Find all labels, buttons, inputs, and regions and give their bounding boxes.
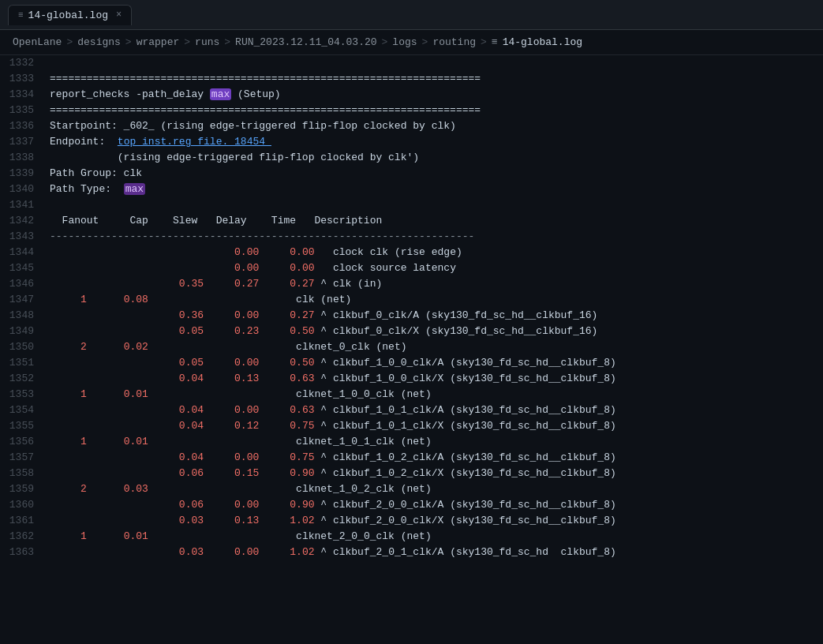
line-content: ========================================…: [43, 71, 823, 87]
table-row: 1345 0.00 0.00 clock source latency: [0, 260, 823, 276]
table-row: 1359 2 0.03 clknet_1_0_2_clk (net): [0, 481, 823, 497]
breadcrumb-run-id[interactable]: RUN_2023.12.11_04.03.20: [235, 36, 376, 48]
line-number: 1355: [0, 418, 43, 434]
numeric-value: 1: [80, 436, 87, 447]
code-text: Endpoint:: [50, 136, 118, 148]
numeric-value: 0.90: [290, 467, 314, 479]
table-row: 1339Path Group: clk: [0, 166, 823, 182]
numeric-value: 0.08: [124, 294, 148, 305]
code-text: ^ clkbuf_2_0_0_clk/X (sky130_fd_sc_hd__c…: [315, 515, 616, 526]
line-number: 1342: [0, 213, 43, 229]
line-number: 1359: [0, 481, 43, 497]
table-row: 1354 0.04 0.00 0.63 ^ clkbuf_1_0_1_clk/A…: [0, 402, 823, 418]
line-content: Startpoint: _602_ (rising edge-triggered…: [43, 118, 823, 134]
numeric-value: 0.03: [179, 515, 204, 526]
table-row: 1348 0.36 0.00 0.27 ^ clkbuf_0_clk/A (sk…: [0, 308, 823, 324]
numeric-value: 0.63: [290, 404, 314, 416]
line-number: 1337: [0, 134, 43, 150]
line-number: 1360: [0, 497, 43, 513]
breadcrumb-designs[interactable]: designs: [77, 36, 121, 48]
numeric-value: 2: [80, 341, 87, 353]
close-icon[interactable]: ×: [116, 9, 122, 21]
code-text: [50, 451, 179, 463]
numeric-value: 0.75: [290, 451, 314, 463]
code-text: clock source latency: [315, 262, 456, 274]
numeric-value: 0.27: [290, 309, 314, 321]
numeric-value: 0.03: [124, 483, 148, 495]
dim-text: ----------------------------------------…: [50, 230, 474, 242]
numeric-value: 0.02: [124, 341, 148, 353]
table-row: 1342 Fanout Cap Slew Delay Time Descript…: [0, 213, 823, 229]
line-content: Fanout Cap Slew Delay Time Description: [43, 213, 823, 229]
line-content: 0.06 0.15 0.90 ^ clkbuf_1_0_2_clk/X (sky…: [43, 466, 823, 481]
numeric-value: 0.13: [234, 373, 259, 384]
line-content: Path Group: clk: [43, 166, 823, 182]
breadcrumb-wrapper[interactable]: wrapper: [137, 36, 180, 48]
code-text: [50, 483, 80, 495]
breadcrumb-openlane[interactable]: OpenLane: [13, 36, 62, 48]
breadcrumb-routing[interactable]: routing: [432, 36, 476, 48]
numeric-value: 0.03: [179, 546, 204, 558]
numeric-value: 0.50: [290, 357, 314, 369]
code-text: [87, 341, 124, 353]
code-text: [50, 325, 179, 337]
code-text: [259, 467, 290, 479]
numeric-value: 0.00: [234, 404, 259, 416]
line-content: 0.05 0.23 0.50 ^ clkbuf_0_clk/X (sky130_…: [43, 324, 823, 339]
breadcrumb-logs[interactable]: logs: [392, 36, 417, 48]
code-text: [50, 278, 179, 290]
line-number: 1338: [0, 150, 43, 166]
line-content: 0.03 0.13 1.02 ^ clkbuf_2_0_0_clk/X (sky…: [43, 513, 823, 529]
code-text: [204, 451, 234, 463]
code-text: [50, 546, 179, 558]
line-number: 1332: [0, 55, 43, 71]
line-number: 1349: [0, 324, 43, 339]
numeric-value: 2: [80, 483, 87, 495]
line-content: 1 0.01 clknet_1_0_0_clk (net): [43, 387, 823, 402]
code-text: (Setup): [231, 88, 280, 100]
table-row: 1351 0.05 0.00 0.50 ^ clkbuf_1_0_0_clk/A…: [0, 355, 823, 371]
line-content: report_checks -path_delay max (Setup): [43, 87, 823, 103]
breadcrumb-runs[interactable]: runs: [195, 36, 219, 48]
code-text: [50, 373, 179, 384]
line-number: 1346: [0, 276, 43, 292]
code-text: [259, 325, 290, 337]
endpoint-link[interactable]: top_inst.reg_file._18454_: [118, 136, 271, 148]
code-text: [50, 467, 179, 479]
line-number: 1354: [0, 402, 43, 418]
code-text: clk (net): [148, 294, 351, 305]
line-number: 1361: [0, 513, 43, 529]
table-row: 1336Startpoint: _602_ (rising edge-trigg…: [0, 118, 823, 134]
line-content: 2 0.03 clknet_1_0_2_clk (net): [43, 481, 823, 497]
numeric-value: 0.00: [234, 499, 259, 511]
table-row: 1355 0.04 0.12 0.75 ^ clkbuf_1_0_1_clk/X…: [0, 418, 823, 434]
numeric-value: 1: [80, 294, 87, 305]
numeric-value: 0.00: [234, 357, 259, 369]
table-row: 1343------------------------------------…: [0, 229, 823, 245]
code-text: clknet_1_0_1_clk (net): [148, 436, 432, 447]
code-text: [259, 262, 290, 274]
table-row: 1335====================================…: [0, 103, 823, 118]
line-content: 0.00 0.00 clock source latency: [43, 260, 823, 276]
code-area[interactable]: 13321333================================…: [0, 55, 823, 640]
code-text: ^ clkbuf_1_0_2_clk/A (sky130_fd_sc_hd__c…: [315, 451, 616, 463]
code-text: [50, 357, 179, 369]
table-row: 1357 0.04 0.00 0.75 ^ clkbuf_1_0_2_clk/A…: [0, 450, 823, 466]
code-text: [259, 278, 290, 290]
code-text: [50, 499, 179, 511]
table-row: 1363 0.03 0.00 1.02 ^ clkbuf_2_0_1_clk/A…: [0, 545, 823, 560]
code-text: (rising edge-triggered flip-flop clocked…: [50, 152, 419, 163]
line-number: 1347: [0, 292, 43, 308]
numeric-value: 0.00: [234, 451, 259, 463]
code-text: Path Group: clk: [50, 167, 142, 179]
line-content: Path Type: max: [43, 182, 823, 197]
code-text: [50, 420, 179, 432]
file-tab[interactable]: ≡ 14-global.log ×: [8, 5, 132, 25]
code-text: [259, 357, 290, 369]
line-number: 1350: [0, 339, 43, 355]
line-number: 1334: [0, 87, 43, 103]
table-row: 1338 (rising edge-triggered flip-flop cl…: [0, 150, 823, 166]
numeric-value: 0.01: [124, 530, 148, 542]
table-row: 1353 1 0.01 clknet_1_0_0_clk (net): [0, 387, 823, 402]
code-text: ========================================…: [50, 104, 481, 116]
